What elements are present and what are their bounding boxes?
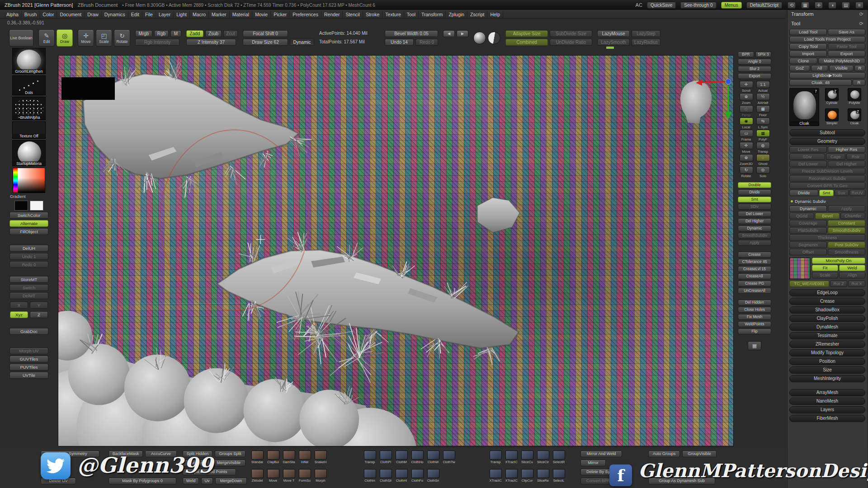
y-button[interactable]: Y bbox=[30, 302, 48, 309]
brush-thumbnail-damsta[interactable]: DamSta bbox=[282, 450, 296, 465]
menu-zscript[interactable]: Zscript bbox=[467, 11, 488, 18]
brush-thumbnail-clothsn[interactable]: ClothSn bbox=[426, 469, 440, 484]
zsub-button[interactable]: Zsub bbox=[205, 30, 222, 37]
del-lower-button[interactable]: Del Lower bbox=[789, 161, 827, 167]
auto-groups-button[interactable]: Auto Groups bbox=[648, 450, 680, 457]
menu-preferences[interactable]: Preferences bbox=[290, 11, 321, 18]
combined-button[interactable]: Combined bbox=[505, 39, 548, 46]
transform-gizmo-icon[interactable]: ✛ bbox=[815, 2, 823, 9]
brush-thumbnail-clothm[interactable]: ClothM bbox=[394, 450, 409, 465]
stroke-curve-preview-icon[interactable] bbox=[488, 32, 500, 44]
weld-button[interactable]: Weld bbox=[183, 478, 199, 484]
post-subdiv-button[interactable]: Post SubDiv bbox=[828, 242, 865, 248]
menu-edit[interactable]: Edit bbox=[128, 11, 142, 18]
solo-icon[interactable]: ◎Solo bbox=[755, 166, 770, 178]
fix-mesh-button[interactable]: Fix Mesh bbox=[738, 314, 771, 320]
brush-thumbnail-transp[interactable]: Transp bbox=[488, 450, 503, 465]
redo-0-button[interactable]: Redo 0 bbox=[415, 39, 438, 46]
gizmo-z-handle[interactable] bbox=[726, 79, 731, 84]
brush-thumbnail-claybui[interactable]: ClayBui bbox=[266, 450, 280, 465]
menu-dynamics[interactable]: Dynamics bbox=[102, 11, 128, 18]
current-texture-thumbnail[interactable]: Texture Off bbox=[12, 122, 46, 139]
make-polymesh3d-button[interactable]: Make PolyMesh3D bbox=[818, 58, 865, 64]
current-brush-thumbnail[interactable]: GroomLengthen bbox=[12, 48, 46, 74]
lazysmooth-button[interactable]: LazySmooth bbox=[597, 39, 630, 46]
section-header-modify-topology[interactable]: Modify Topology bbox=[789, 349, 865, 357]
brush-thumbnail-zmodel[interactable]: ZModel bbox=[250, 469, 264, 484]
brush-thumbnail-morph[interactable]: Morph bbox=[313, 469, 328, 484]
groups-split-button[interactable]: Groups Split bbox=[215, 450, 245, 457]
apply-button[interactable]: Apply bbox=[828, 206, 865, 212]
bevel-width-0-05-button[interactable]: Bevel Width 0.05 bbox=[385, 30, 438, 37]
perspective-icon[interactable]: ◇Persp bbox=[739, 105, 754, 117]
r-button[interactable]: R bbox=[853, 80, 865, 86]
zoom3d-icon[interactable]: ⊕Zoom3D bbox=[739, 154, 754, 166]
section-header-shadowbox[interactable]: ShadowBox bbox=[789, 306, 865, 314]
smt-button[interactable]: Smt bbox=[819, 190, 833, 196]
undivide-ratio-button[interactable]: UnDivide Ratio bbox=[550, 39, 592, 46]
material-preview-sphere-icon[interactable] bbox=[473, 32, 486, 44]
deluh-button[interactable]: DelUH bbox=[9, 245, 48, 252]
gradient-label[interactable]: Gradient bbox=[10, 194, 26, 199]
xpose-icon[interactable]: ▦ bbox=[748, 341, 761, 350]
brush-thumbnail-standar[interactable]: Standar bbox=[250, 450, 264, 465]
del-higher-button[interactable]: Del Higher bbox=[738, 218, 771, 224]
brush-thumbnail-slicecir[interactable]: SliceCir bbox=[536, 450, 550, 465]
double-button[interactable]: Double bbox=[738, 182, 771, 188]
flip-button[interactable]: Flip bbox=[738, 328, 771, 334]
section-header-meshintegrity[interactable]: MeshIntegrity bbox=[789, 375, 865, 382]
menu-picker[interactable]: Picker bbox=[271, 11, 290, 18]
menu-alpha[interactable]: Alpha bbox=[4, 11, 22, 18]
refresh-icon[interactable]: ⟳ bbox=[859, 21, 863, 27]
brush-thumbnail-clothhi[interactable]: ClothHi bbox=[394, 469, 409, 484]
micropoly-on-button[interactable]: MicroPoly On bbox=[812, 258, 865, 264]
smoothness-button[interactable]: Smoothness bbox=[828, 249, 865, 255]
edit-button[interactable]: ✎Edit bbox=[38, 29, 55, 47]
redo-0-button[interactable]: Redo 0 bbox=[9, 261, 48, 268]
live-boolean-button[interactable]: Live Boolean bbox=[9, 29, 33, 47]
weldpoints-button[interactable]: WeldPoints bbox=[738, 321, 771, 327]
move-button[interactable]: ✛Move bbox=[78, 29, 94, 47]
menu-zplugin[interactable]: Zplugin bbox=[446, 11, 467, 18]
color-picker[interactable] bbox=[13, 168, 45, 193]
brush-thumbnail-transp[interactable]: Transp bbox=[363, 450, 377, 465]
chamfer-button[interactable]: Chamfer bbox=[840, 213, 865, 219]
brush-thumbnail-clothpi[interactable]: ClothPi bbox=[378, 450, 393, 465]
scale-button[interactable]: Scale bbox=[812, 272, 838, 278]
del-higher-button[interactable]: Del Higher bbox=[828, 161, 865, 167]
scale-button[interactable]: ◰Scale bbox=[96, 29, 112, 47]
current-alpha-thumbnail[interactable]: ~BrushAlpha bbox=[12, 97, 46, 120]
tool-thumbnail-polyme[interactable]: PolyMe bbox=[844, 88, 865, 108]
x-button[interactable]: X bbox=[10, 302, 28, 309]
menu-brush[interactable]: Brush bbox=[22, 11, 40, 18]
clone-button[interactable]: Clone bbox=[789, 58, 817, 64]
qgrid-button[interactable]: QGrid bbox=[789, 213, 814, 219]
weld-button[interactable]: Weld bbox=[839, 265, 865, 271]
actual-size-icon[interactable]: 1:1Actual bbox=[755, 81, 770, 93]
brush-thumbnail-xtractc[interactable]: XTractC bbox=[504, 450, 519, 465]
zoom-icon[interactable]: ⊕Zoom bbox=[739, 93, 754, 105]
rot-z-button[interactable]: Rot Z bbox=[830, 281, 847, 287]
rotate-3d-icon[interactable]: ↻Rotate bbox=[739, 166, 754, 178]
brush-thumbnail-clipcur[interactable]: ClipCur bbox=[520, 469, 534, 484]
delmt-button[interactable]: DelMT bbox=[9, 292, 48, 299]
brush-thumbnail-clothfo[interactable]: ClothFo bbox=[410, 469, 425, 484]
activepoints-14-040-mil-button[interactable]: ActivePoints: 14.040 Mil bbox=[319, 30, 380, 37]
thickness-button[interactable]: Thickness bbox=[789, 235, 865, 241]
bevel-button[interactable]: Bevel bbox=[815, 213, 840, 219]
undo-1-button[interactable]: Undo 1 bbox=[9, 253, 48, 260]
quicksave-button[interactable]: QuickSave bbox=[647, 2, 676, 9]
current-material-thumbnail[interactable]: StartupMateria bbox=[12, 140, 46, 166]
rgb-intensity-button[interactable]: Rgb Intensity bbox=[135, 39, 179, 46]
rot-x-button[interactable]: Rot X bbox=[848, 281, 865, 287]
tc-weave001-button[interactable]: TC_WEAVE001 bbox=[789, 281, 829, 287]
panels-icon[interactable]: ▤ bbox=[842, 2, 850, 9]
dynamic-button[interactable]: Dynamic bbox=[789, 206, 827, 212]
constant-button[interactable]: Constant bbox=[828, 220, 865, 226]
move-3d-icon[interactable]: ✛Move bbox=[739, 142, 754, 154]
menu-tool[interactable]: Tool bbox=[404, 11, 419, 18]
r-button[interactable]: R bbox=[854, 65, 865, 71]
divide-button[interactable]: Divide bbox=[789, 190, 818, 196]
flatsubdiv-button[interactable]: FlatSubdiv bbox=[789, 227, 827, 234]
export-button[interactable]: Export bbox=[738, 73, 771, 79]
